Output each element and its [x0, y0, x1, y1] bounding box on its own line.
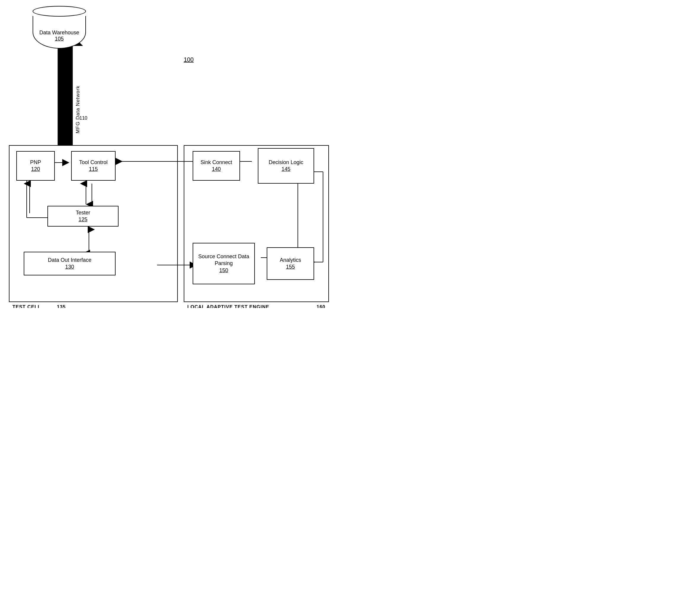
decision-logic-number: 145	[281, 166, 290, 173]
sink-connect-box: Sink Connect 140	[193, 151, 240, 181]
data-warehouse: Data Warehouse 105	[33, 6, 86, 49]
diagram: Data Warehouse 105 100 MFG Data Network …	[0, 0, 336, 308]
tool-control-box: Tool Control 115	[71, 151, 116, 181]
sink-connect-number: 140	[212, 166, 221, 173]
data-out-interface-box: Data Out Interface 130	[24, 252, 116, 275]
cylinder-top	[33, 6, 86, 17]
source-connect-number: 150	[219, 267, 228, 274]
tester-number: 125	[78, 216, 87, 223]
data-warehouse-number: 105	[39, 36, 79, 42]
decision-logic-label: Decision Logic	[268, 159, 303, 166]
analytics-label: Analytics	[280, 257, 301, 264]
pnp-number: 120	[31, 166, 40, 173]
tool-control-number: 115	[89, 166, 98, 173]
decision-logic-box: Decision Logic 145	[258, 148, 314, 184]
mfg-network-container: MFG Data Network	[73, 80, 82, 139]
tester-box: Tester 125	[47, 206, 119, 227]
sink-connect-label: Sink Connect	[200, 159, 232, 166]
late-label: LOCAL ADAPTIVE TEST ENGINE	[187, 304, 269, 308]
mfg-network-label: MFG Data Network	[75, 85, 81, 133]
data-warehouse-label: Data Warehouse	[39, 30, 79, 36]
svg-marker-5	[58, 46, 72, 145]
pnp-label: PNP	[30, 159, 41, 166]
late-number: 160	[316, 304, 325, 308]
data-out-interface-number: 130	[65, 264, 74, 270]
mfg-network-number-container: 110	[79, 115, 87, 121]
cylinder-text: Data Warehouse 105	[39, 30, 79, 42]
tester-label: Tester	[75, 209, 90, 216]
data-out-interface-label: Data Out Interface	[48, 257, 91, 264]
test-cell-number: 135	[57, 304, 66, 308]
test-cell-label: TEST CELL	[12, 304, 41, 308]
mfg-network-number: 110	[79, 115, 87, 120]
tool-control-label: Tool Control	[79, 159, 107, 166]
cylinder-body: Data Warehouse 105	[33, 16, 86, 49]
main-ref-number: 100	[184, 56, 194, 63]
analytics-number: 155	[286, 264, 295, 270]
source-connect-box: Source Connect Data Parsing 150	[193, 243, 255, 284]
main-reference: 100	[184, 56, 194, 63]
analytics-box: Analytics 155	[267, 247, 314, 280]
source-connect-label: Source Connect Data Parsing	[193, 253, 254, 267]
pnp-box: PNP 120	[16, 151, 55, 181]
